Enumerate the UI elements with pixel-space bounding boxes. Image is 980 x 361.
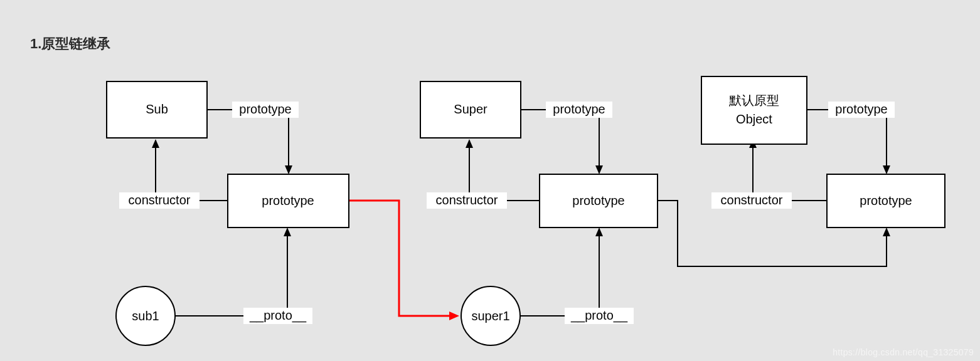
svg-text:__proto__: __proto__: [249, 308, 307, 323]
node-proto-super: prototype: [540, 174, 658, 228]
svg-text:Sub: Sub: [146, 102, 168, 116]
edge-protoSub-to-super1: [349, 201, 459, 320]
node-sub1: sub1: [116, 286, 175, 345]
svg-text:默认原型: 默认原型: [728, 93, 779, 107]
edge-protoObj-constructor: [749, 139, 827, 201]
svg-rect-30: [701, 76, 807, 144]
svg-text:prototype: prototype: [572, 194, 624, 207]
node-proto-sub: prototype: [228, 174, 349, 228]
edge-sub-prototype: [207, 110, 292, 174]
edge-protoSuper-constructor: [466, 139, 540, 201]
svg-text:prototype: prototype: [239, 102, 291, 116]
svg-text:constructor: constructor: [721, 193, 783, 207]
edge-object-prototype: [806, 110, 890, 174]
svg-text:super1: super1: [471, 309, 509, 323]
svg-text:sub1: sub1: [132, 309, 159, 323]
svg-text:prototype: prototype: [860, 194, 912, 207]
svg-text:Object: Object: [736, 112, 772, 126]
label-sub-prototype: prototype: [232, 102, 299, 118]
edge-protoSub-constructor: [152, 139, 228, 201]
svg-text:constructor: constructor: [436, 193, 498, 207]
svg-marker-8: [449, 311, 459, 320]
edge-sub1-proto: [175, 228, 291, 316]
label-sub1-proto: __proto__: [243, 308, 312, 324]
edge-super1-proto: [520, 228, 603, 316]
svg-marker-6: [883, 165, 890, 174]
svg-marker-0: [285, 165, 292, 174]
svg-text:Super: Super: [454, 102, 487, 116]
diagram-svg: prototype prototype prototype constructo…: [0, 0, 980, 361]
svg-text:prototype: prototype: [553, 102, 605, 116]
watermark: https://blog.csdn.net/qq_31325079: [833, 347, 974, 357]
svg-marker-4: [466, 139, 473, 148]
svg-text:__proto__: __proto__: [570, 308, 628, 323]
node-object: 默认原型 Object: [701, 76, 807, 144]
label-super-prototype: prototype: [546, 102, 612, 118]
label-object-prototype: prototype: [828, 102, 895, 118]
edge-super-prototype: [521, 110, 603, 174]
label-protoObj-constructor: constructor: [711, 192, 792, 209]
svg-marker-9: [883, 228, 890, 236]
node-super: Super: [420, 81, 521, 138]
label-protoSuper-constructor: constructor: [427, 192, 507, 209]
svg-marker-3: [595, 165, 603, 174]
label-protoSub-constructor: constructor: [119, 192, 200, 209]
node-super1: super1: [461, 286, 520, 345]
label-super1-proto: __proto__: [565, 308, 634, 324]
node-proto-obj: prototype: [827, 174, 945, 228]
svg-marker-1: [152, 139, 159, 148]
svg-text:prototype: prototype: [835, 102, 887, 116]
node-sub: Sub: [107, 81, 207, 138]
svg-text:prototype: prototype: [262, 194, 314, 207]
svg-marker-5: [595, 228, 603, 236]
svg-text:constructor: constructor: [129, 193, 191, 207]
svg-marker-2: [284, 228, 291, 236]
